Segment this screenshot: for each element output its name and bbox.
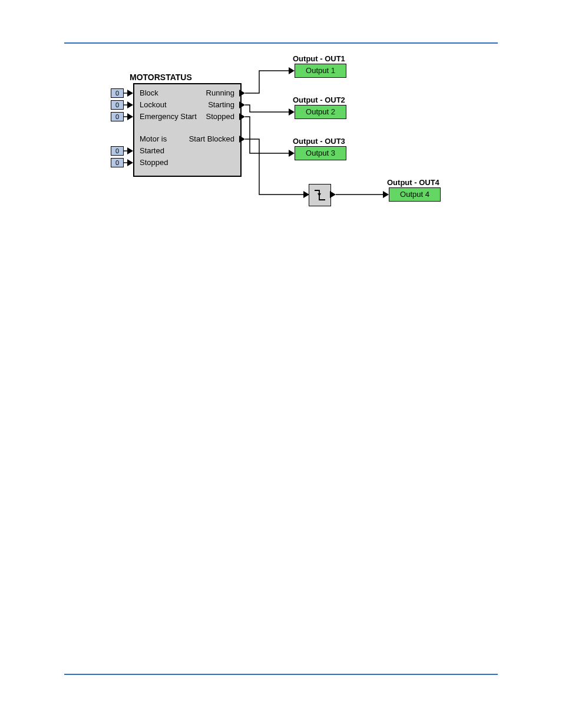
const-lockout: 0	[111, 100, 124, 110]
out1-title: Output - OUT1	[293, 54, 345, 63]
const-block: 0	[111, 88, 124, 98]
port-arrow-in-started	[127, 147, 133, 154]
inverter-out-arrow	[330, 191, 336, 198]
port-arrow-in-lockout	[127, 101, 133, 108]
output-label-start-blocked: Start Blocked	[177, 134, 234, 143]
const-started: 0	[111, 146, 124, 156]
input-label-started: Started	[140, 146, 164, 155]
out1-box: Output 1	[295, 64, 346, 78]
out3-title: Output - OUT3	[293, 137, 345, 146]
port-arrow-stopped	[239, 113, 245, 120]
out1-arrow	[289, 67, 295, 74]
port-arrow-starting	[239, 101, 245, 108]
input-label-block: Block	[140, 88, 158, 97]
input-label-motor-is: Motor is	[140, 134, 167, 143]
out4-title: Output - OUT4	[387, 178, 439, 187]
input-label-lockout: Lockout	[140, 100, 167, 109]
out3-arrow	[289, 150, 295, 157]
inverter-in-arrow	[303, 191, 309, 198]
out2-arrow	[289, 108, 295, 116]
out3-box: Output 3	[295, 146, 346, 160]
port-arrow-start-blocked	[239, 136, 245, 143]
inverter-block	[309, 184, 331, 206]
port-arrow-in-stopped	[127, 159, 133, 166]
const-stopped: 0	[111, 158, 124, 167]
port-arrow-running	[239, 90, 245, 97]
output-label-starting: Starting	[177, 100, 234, 109]
falling-edge-icon	[309, 185, 330, 206]
port-arrow-in-block	[127, 90, 133, 97]
motorstatus-title: MOTORSTATUS	[130, 73, 192, 82]
const-emergency: 0	[111, 112, 124, 121]
page-rule-top	[64, 42, 498, 44]
out2-box: Output 2	[295, 105, 346, 119]
output-label-running: Running	[177, 88, 234, 97]
wires	[0, 0, 562, 236]
port-arrow-in-emergency	[127, 113, 133, 120]
svg-marker-0	[318, 193, 321, 196]
output-label-stopped: Stopped	[177, 112, 234, 121]
out2-title: Output - OUT2	[293, 95, 345, 104]
out4-arrow	[383, 191, 389, 198]
page-rule-bottom	[64, 674, 498, 675]
out4-box: Output 4	[389, 187, 441, 202]
input-label-stopped: Stopped	[140, 158, 168, 167]
